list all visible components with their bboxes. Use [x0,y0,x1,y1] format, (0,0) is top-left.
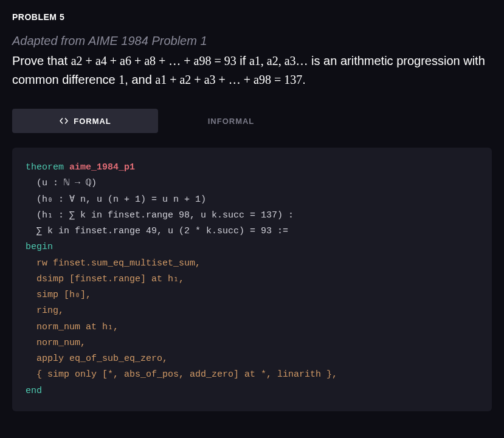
tab-informal-label: INFORMAL [208,117,255,126]
tab-bar: FORMAL INFORMAL [12,109,304,133]
code-tactic: norm_num, [26,338,86,348]
code-tactic: norm_num at h₁, [26,322,119,332]
tab-informal[interactable]: INFORMAL [158,109,304,133]
code-tactic: ring, [26,306,64,316]
code-line: (h₁ : ∑ k in finset.range 98, u k.succ =… [26,210,294,221]
statement-text: , and [125,73,155,86]
statement-text: . [302,73,306,86]
code-keyword-theorem: theorem [26,162,64,173]
math-expression: a1 + a2 + a3 + … + a98 = 137 [155,73,302,86]
code-tactic: apply eq_of_sub_eq_zero, [26,354,168,364]
statement-text: Prove that [12,54,71,67]
tab-formal-label: FORMAL [74,117,111,126]
math-expression: a1, a2, a3… [249,54,308,67]
code-line: (u : ℕ → ℚ) [26,178,97,188]
problem-label: PROBLEM 5 [12,12,492,22]
code-keyword-end: end [26,386,42,396]
problem-statement: Prove that a2 + a4 + a6 + a8 + … + a98 =… [12,52,492,89]
tab-formal[interactable]: FORMAL [12,109,158,133]
code-tactic: dsimp [finset.range] at h₁, [26,274,184,284]
code-line: ∑ k in finset.range 49, u (2 * k.succ) =… [26,226,288,236]
code-tactic: { simp only [*, abs_of_pos, add_zero] at… [26,369,337,380]
code-icon [59,116,69,126]
code-tactic: simp [h₀], [26,290,91,300]
code-line: (h₀ : ∀ n, u (n + 1) = u n + 1) [26,194,206,205]
code-keyword-begin: begin [26,242,53,252]
code-tactic: rw finset.sum_eq_multiset_sum, [26,258,201,269]
math-expression: 1 [119,73,125,86]
statement-text: if [236,54,249,67]
code-theorem-name: aime_1984_p1 [69,162,135,173]
code-block: theorem aime_1984_p1 (u : ℕ → ℚ) (h₀ : ∀… [12,148,492,411]
math-expression: a2 + a4 + a6 + a8 + … + a98 = 93 [71,54,236,67]
source-attribution: Adapted from AIME 1984 Problem 1 [12,34,492,48]
